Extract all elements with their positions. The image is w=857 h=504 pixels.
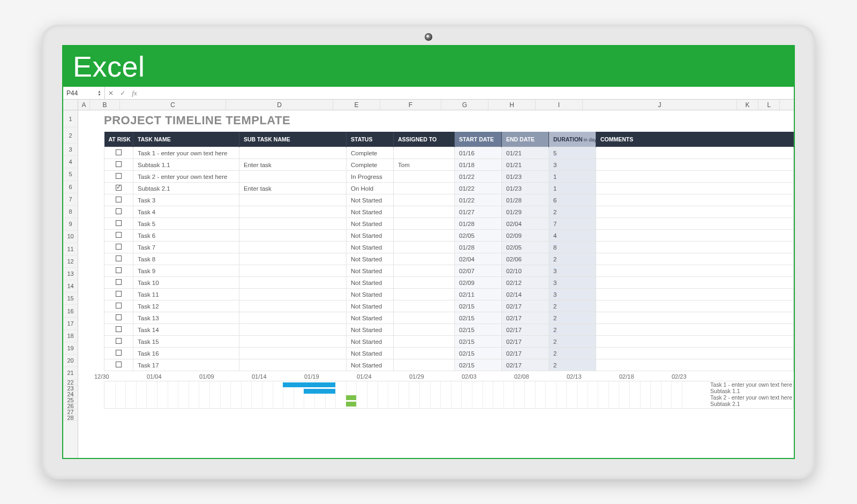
- cell-sub-task[interactable]: [239, 147, 347, 159]
- col-header-g[interactable]: G: [441, 100, 488, 110]
- cell-sub-task[interactable]: [239, 324, 347, 336]
- cancel-formula-icon[interactable]: ✕: [105, 87, 117, 99]
- cell-start-date[interactable]: 01/27: [455, 206, 502, 218]
- col-header-b[interactable]: B: [90, 100, 120, 110]
- th-start-date[interactable]: START DATE: [455, 132, 502, 147]
- cell-assigned[interactable]: [394, 147, 455, 159]
- cell-status[interactable]: Not Started: [347, 300, 394, 312]
- cell-end-date[interactable]: 02/17: [502, 348, 549, 359]
- cell-comments[interactable]: [596, 194, 794, 206]
- cell-assigned[interactable]: [394, 194, 455, 206]
- cell-duration[interactable]: 3: [549, 277, 596, 289]
- cell-sub-task[interactable]: [239, 336, 347, 348]
- cell-comments[interactable]: [596, 359, 794, 371]
- row-header[interactable]: 5: [63, 168, 78, 180]
- row-header[interactable]: 12: [63, 255, 78, 268]
- cell-duration[interactable]: 2: [549, 300, 596, 312]
- cell-at-risk[interactable]: [104, 277, 133, 289]
- cell-status[interactable]: Not Started: [347, 253, 394, 265]
- cell-at-risk[interactable]: [104, 230, 133, 242]
- col-header-a[interactable]: A: [78, 100, 90, 110]
- cell-start-date[interactable]: 02/15: [455, 359, 502, 371]
- col-header-e[interactable]: E: [333, 100, 380, 110]
- cell-sub-task[interactable]: Enter task: [239, 183, 347, 194]
- table-row[interactable]: Task 13Not Started02/1502/172: [104, 312, 794, 324]
- cell-sub-task[interactable]: Enter task: [239, 159, 347, 171]
- checkbox-icon[interactable]: [116, 185, 122, 191]
- cell-start-date[interactable]: 02/15: [455, 324, 502, 336]
- row-header[interactable]: 13: [63, 268, 78, 280]
- cell-task-name[interactable]: Task 2 - enter your own text here: [133, 171, 239, 183]
- cell-end-date[interactable]: 02/17: [502, 300, 549, 312]
- cell-start-date[interactable]: 01/16: [455, 147, 502, 159]
- table-row[interactable]: Task 10Not Started02/0902/123: [104, 277, 794, 289]
- fx-icon[interactable]: fx: [129, 87, 140, 99]
- cell-task-name[interactable]: Task 11: [133, 289, 239, 300]
- cell-duration[interactable]: 3: [549, 265, 596, 277]
- cell-comments[interactable]: [596, 348, 794, 359]
- cell-end-date[interactable]: 02/17: [502, 324, 549, 336]
- cell-assigned[interactable]: Tom: [394, 159, 455, 171]
- name-box[interactable]: P44 ▲▼: [63, 87, 105, 99]
- cell-sub-task[interactable]: [239, 300, 347, 312]
- col-header-i[interactable]: I: [536, 100, 583, 110]
- gantt-bar[interactable]: [346, 395, 357, 400]
- cell-end-date[interactable]: 02/14: [502, 289, 549, 300]
- cell-start-date[interactable]: 01/22: [455, 183, 502, 194]
- name-box-stepper-icon[interactable]: ▲▼: [97, 90, 101, 96]
- cell-assigned[interactable]: [394, 242, 455, 253]
- cell-duration[interactable]: 2: [549, 253, 596, 265]
- cell-comments[interactable]: [596, 218, 794, 230]
- row-header[interactable]: 1: [63, 110, 78, 127]
- row-header[interactable]: 28: [63, 415, 78, 421]
- cell-at-risk[interactable]: [104, 171, 133, 183]
- cell-duration[interactable]: 2: [549, 206, 596, 218]
- cell-end-date[interactable]: 01/28: [502, 194, 549, 206]
- cell-task-name[interactable]: Task 6: [133, 230, 239, 242]
- cell-comments[interactable]: [596, 253, 794, 265]
- row-header[interactable]: 7: [63, 193, 78, 206]
- gantt-bar[interactable]: [346, 402, 357, 407]
- cell-at-risk[interactable]: [104, 159, 133, 171]
- cell-status[interactable]: Not Started: [347, 194, 394, 206]
- cell-assigned[interactable]: [394, 218, 455, 230]
- cell-end-date[interactable]: 02/06: [502, 253, 549, 265]
- cell-end-date[interactable]: 02/17: [502, 312, 549, 324]
- checkbox-icon[interactable]: [116, 173, 122, 179]
- cell-status[interactable]: In Progress: [347, 171, 394, 183]
- table-row[interactable]: Subtask 1.1Enter taskCompleteTom01/1801/…: [104, 159, 794, 171]
- cell-sub-task[interactable]: [239, 218, 347, 230]
- th-task-name[interactable]: TASK NAME: [133, 132, 239, 147]
- table-row[interactable]: Task 6Not Started02/0502/094: [104, 230, 794, 242]
- row-header[interactable]: 6: [63, 181, 78, 193]
- row-header[interactable]: 8: [63, 206, 78, 218]
- cell-assigned[interactable]: [394, 253, 455, 265]
- cell-start-date[interactable]: 02/05: [455, 230, 502, 242]
- cell-status[interactable]: Not Started: [347, 336, 394, 348]
- cell-task-name[interactable]: Task 4: [133, 206, 239, 218]
- cell-sub-task[interactable]: [239, 289, 347, 300]
- cell-comments[interactable]: [596, 206, 794, 218]
- table-row[interactable]: Task 5Not Started01/2802/047: [104, 218, 794, 230]
- cell-end-date[interactable]: 02/09: [502, 230, 549, 242]
- th-at-risk[interactable]: AT RISK: [104, 132, 133, 147]
- cell-task-name[interactable]: Task 13: [133, 312, 239, 324]
- cell-at-risk[interactable]: [104, 242, 133, 253]
- cell-at-risk[interactable]: [104, 289, 133, 300]
- cell-start-date[interactable]: 02/15: [455, 312, 502, 324]
- cell-task-name[interactable]: Task 7: [133, 242, 239, 253]
- cell-at-risk[interactable]: [104, 324, 133, 336]
- cell-at-risk[interactable]: [104, 218, 133, 230]
- cell-assigned[interactable]: [394, 171, 455, 183]
- cell-task-name[interactable]: Subtask 2.1: [133, 183, 239, 194]
- cell-sub-task[interactable]: [239, 171, 347, 183]
- cell-duration[interactable]: 2: [549, 348, 596, 359]
- formula-input[interactable]: [140, 87, 794, 99]
- table-row[interactable]: Task 12Not Started02/1502/172: [104, 300, 794, 312]
- cell-status[interactable]: Complete: [347, 147, 394, 159]
- cell-start-date[interactable]: 01/28: [455, 242, 502, 253]
- table-row[interactable]: Task 2 - enter your own text hereIn Prog…: [104, 171, 794, 183]
- cell-at-risk[interactable]: [104, 336, 133, 348]
- cell-at-risk[interactable]: [104, 300, 133, 312]
- cell-at-risk[interactable]: [104, 194, 133, 206]
